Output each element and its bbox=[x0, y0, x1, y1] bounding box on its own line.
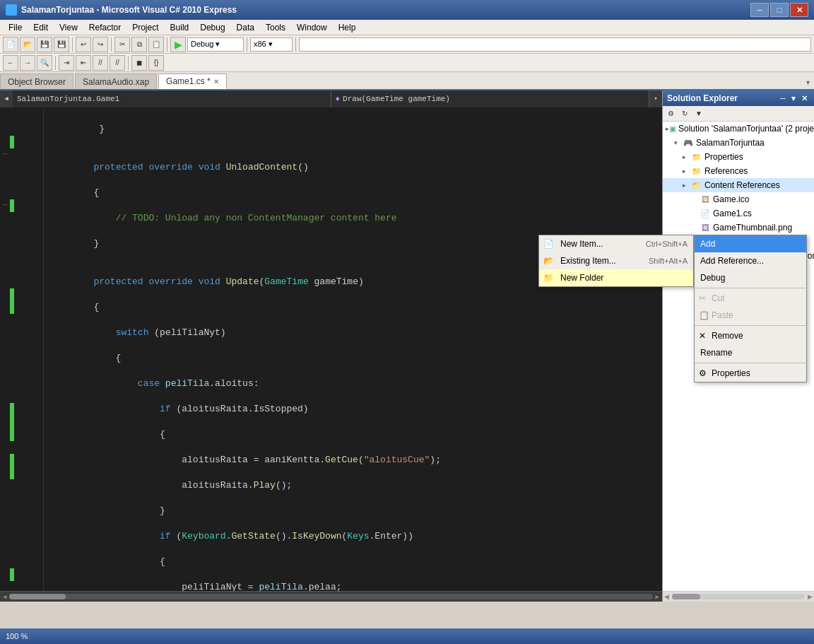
submenu-add-reference[interactable]: Add Reference... bbox=[695, 252, 806, 269]
code-content[interactable]: } protected override void UnloadContent(… bbox=[44, 107, 662, 591]
menu-tools[interactable]: Tools bbox=[260, 21, 291, 34]
submenu-remove[interactable]: ✕ Remove bbox=[695, 327, 806, 344]
se-project[interactable]: ▾ 🎮 SalamanTorjuntaa bbox=[663, 136, 814, 150]
open-btn[interactable]: 📂 bbox=[20, 37, 35, 52]
ctx-new-item-shortcut: Ctrl+Shift+A bbox=[646, 240, 688, 248]
sep1 bbox=[72, 37, 73, 52]
gutter bbox=[10, 107, 16, 591]
platform-dropdown[interactable]: x86 ▾ bbox=[250, 37, 293, 52]
minimize-button[interactable]: ─ bbox=[750, 3, 769, 17]
save-btn[interactable]: 💾 bbox=[37, 37, 52, 52]
close-button[interactable]: ✕ bbox=[790, 3, 808, 17]
se-properties-btn[interactable]: ⚙ bbox=[664, 107, 677, 120]
config-dropdown[interactable]: Debug ▾ bbox=[187, 37, 244, 52]
bk-btn[interactable]: ◼ bbox=[131, 55, 147, 71]
submenu-add: Add Add Reference... Debug ✂ Cut 📋 Paste… bbox=[694, 235, 807, 382]
menu-data[interactable]: Data bbox=[231, 21, 260, 34]
se-game-ico-icon: 🖼 bbox=[700, 194, 711, 205]
se-references-arrow: ▸ bbox=[683, 168, 691, 175]
menu-project[interactable]: Project bbox=[126, 21, 164, 34]
save-all-btn[interactable]: 💾 bbox=[54, 37, 69, 52]
copy-btn[interactable]: ⧉ bbox=[131, 37, 147, 52]
search-box[interactable] bbox=[299, 37, 811, 52]
comment-btn[interactable]: // bbox=[93, 55, 108, 71]
menu-refactor[interactable]: Refactor bbox=[83, 21, 126, 34]
menu-help[interactable]: Help bbox=[333, 21, 362, 34]
tab-salama-audio[interactable]: SalamaAudio.xap bbox=[75, 74, 157, 89]
redo-btn[interactable]: ↪ bbox=[93, 37, 108, 52]
se-references-icon: 📁 bbox=[691, 165, 702, 177]
back-btn[interactable]: ← bbox=[3, 55, 18, 71]
menu-build[interactable]: Build bbox=[165, 21, 195, 34]
properties-icon: ⚙ bbox=[699, 368, 707, 378]
forward-btn[interactable]: → bbox=[20, 55, 35, 71]
se-game-ico-label: Game.ico bbox=[713, 194, 749, 204]
nav-btn-left[interactable]: ◀ bbox=[0, 90, 13, 107]
submenu-debug[interactable]: Debug bbox=[695, 269, 806, 286]
menu-view[interactable]: View bbox=[54, 21, 83, 34]
submenu-add-item[interactable]: Add bbox=[695, 235, 806, 252]
tab-game1-cs-close[interactable]: ✕ bbox=[213, 78, 219, 86]
menu-file[interactable]: File bbox=[3, 21, 28, 34]
menu-bar: File Edit View Refactor Project Build De… bbox=[0, 20, 814, 35]
sep3 bbox=[167, 37, 167, 52]
scroll-right-btn[interactable]: ▶ bbox=[656, 593, 659, 601]
submenu-cut: ✂ Cut bbox=[695, 290, 806, 307]
se-hscroll-track[interactable] bbox=[672, 594, 805, 599]
status-zoom: 100 % bbox=[6, 632, 28, 640]
method-dropdown[interactable]: ♦ Draw(GameTime gameTime) bbox=[331, 90, 650, 107]
cut-btn[interactable]: ✂ bbox=[114, 37, 130, 52]
se-arrow-btn[interactable]: ▾ bbox=[789, 94, 798, 103]
se-game1-cs[interactable]: 📄 Game1.cs bbox=[663, 206, 814, 221]
se-references[interactable]: ▸ 📁 References bbox=[663, 164, 814, 178]
uncomment-btn[interactable]: // bbox=[110, 55, 125, 71]
se-solution[interactable]: ▸ ▣ Solution 'SalamanTorjuntaa' (2 proje bbox=[663, 122, 814, 136]
find-btn[interactable]: 🔍 bbox=[37, 55, 52, 71]
se-hscroll[interactable]: ◀ ▶ bbox=[663, 591, 814, 602]
menu-edit[interactable]: Edit bbox=[28, 21, 54, 34]
nav-btn-right[interactable]: ▾ bbox=[649, 90, 662, 107]
ctx-new-item-label: New Item... bbox=[560, 239, 603, 249]
submenu-paste: 📋 Paste bbox=[695, 307, 806, 324]
se-properties[interactable]: ▸ 📁 Properties bbox=[663, 150, 814, 164]
se-game1-cs-label: Game1.cs bbox=[713, 209, 752, 218]
paste-btn[interactable]: 📋 bbox=[148, 37, 164, 52]
se-close-btn[interactable]: ✕ bbox=[799, 94, 810, 103]
se-refresh-btn[interactable]: ↻ bbox=[678, 107, 691, 120]
se-hscroll-thumb[interactable] bbox=[672, 594, 700, 599]
undo-btn[interactable]: ↩ bbox=[76, 37, 91, 52]
se-filter-btn[interactable]: ▼ bbox=[692, 107, 705, 120]
indent-btn[interactable]: ⇥ bbox=[59, 55, 74, 71]
hscroll-track[interactable] bbox=[9, 594, 652, 599]
code-line: if (aloitusRaita.IsStopped) bbox=[49, 403, 656, 416]
ctx-new-item[interactable]: 📄 New Item... Ctrl+Shift+A bbox=[539, 235, 693, 252]
se-game-ico[interactable]: 🖼 Game.ico bbox=[663, 192, 814, 206]
se-scroll-right[interactable]: ▶ bbox=[806, 593, 814, 600]
format-btn[interactable]: {} bbox=[148, 55, 164, 71]
submenu-rename[interactable]: Rename bbox=[695, 344, 806, 361]
class-dropdown[interactable]: SalamanTorjuntaa.Game1 bbox=[13, 90, 331, 107]
se-thumbnail[interactable]: 🖼 GameThumbnail.png bbox=[663, 221, 814, 235]
se-pin-btn[interactable]: ─ bbox=[778, 94, 788, 103]
scroll-left-btn[interactable]: ◀ bbox=[3, 593, 6, 601]
se-content-references[interactable]: ▸ 📁 Content References bbox=[663, 178, 814, 192]
tab-scroll-btn[interactable]: ▾ bbox=[801, 75, 814, 89]
outdent-btn[interactable]: ⇤ bbox=[76, 55, 91, 71]
ctx-new-folder[interactable]: 📁 New Folder bbox=[539, 269, 693, 286]
submenu-paste-label: Paste bbox=[712, 310, 733, 320]
menu-debug[interactable]: Debug bbox=[194, 21, 230, 34]
code-line: aloitusRaita.Play(); bbox=[49, 479, 656, 492]
se-scroll-left[interactable]: ◀ bbox=[663, 593, 671, 600]
collapse-margin: ─ ─ bbox=[0, 107, 10, 591]
tab-object-browser[interactable]: Object Browser bbox=[0, 74, 73, 89]
new-btn[interactable]: 📄 bbox=[3, 37, 18, 52]
menu-window[interactable]: Window bbox=[291, 21, 333, 34]
tab-game1-cs[interactable]: Game1.cs * ✕ bbox=[158, 74, 227, 89]
submenu-properties[interactable]: ⚙ Properties bbox=[695, 365, 806, 382]
code-hscrollbar[interactable]: ◀ ▶ bbox=[0, 591, 662, 602]
start-btn[interactable]: ▶ bbox=[170, 37, 186, 52]
ctx-existing-item[interactable]: 📂 Existing Item... Shift+Alt+A bbox=[539, 252, 693, 269]
code-line: peliTilaNyt = peliTila.pelaa; bbox=[49, 581, 656, 591]
hscroll-thumb[interactable] bbox=[9, 594, 66, 599]
maximize-button[interactable]: □ bbox=[770, 3, 789, 17]
